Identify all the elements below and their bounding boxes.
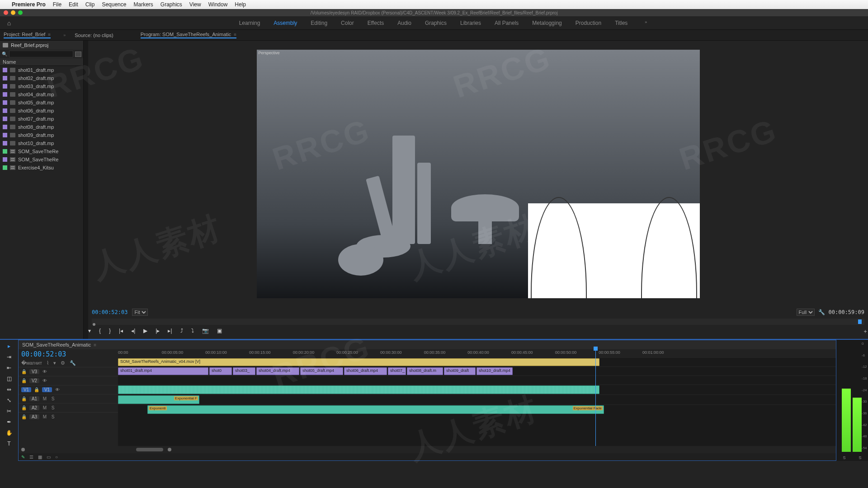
menu-clip[interactable]: Clip: [85, 1, 95, 8]
timeline-scrollbar[interactable]: [19, 446, 836, 453]
sequence-tab[interactable]: SOM_SaveTheReefs_Animatic ≡: [19, 340, 836, 349]
workspace-color[interactable]: Color: [341, 20, 354, 26]
lock-icon[interactable]: 🔒: [21, 414, 27, 419]
menu-graphics[interactable]: Graphics: [160, 1, 182, 8]
lock-icon[interactable]: 🔒: [21, 378, 27, 383]
program-zoom-select[interactable]: Fit: [132, 309, 148, 316]
panel-menu-icon[interactable]: ≡: [234, 32, 236, 37]
mark-in-icon[interactable]: {: [99, 328, 101, 335]
play-icon[interactable]: ▶: [143, 328, 147, 335]
track-select-backward-icon[interactable]: ⇤: [5, 364, 13, 371]
type-tool-icon[interactable]: T: [5, 440, 13, 447]
track-row-a3[interactable]: ExponentiExponential Fade: [118, 404, 836, 414]
timeline-clip[interactable]: shot06_draft.mp4: [344, 367, 387, 375]
ripple-edit-icon[interactable]: ◫: [5, 375, 13, 382]
freeform-icon[interactable]: ▭: [47, 455, 51, 460]
workspace-allpanels[interactable]: All Panels: [495, 20, 519, 26]
asset-row[interactable]: shot05_draft.mp: [0, 99, 83, 107]
asset-row[interactable]: shot02_draft.mp: [0, 74, 83, 82]
settings-icon[interactable]: ⚙: [61, 360, 65, 366]
track-select-forward-icon[interactable]: ⇥: [5, 353, 13, 361]
pen-tool-icon[interactable]: ✒: [5, 418, 13, 426]
workspace-effects[interactable]: Effects: [368, 20, 384, 26]
workspace-editing[interactable]: Editing: [311, 20, 327, 26]
workspace-overflow-icon[interactable]: »: [645, 20, 647, 26]
lock-icon[interactable]: 🔒: [21, 369, 27, 374]
asset-row[interactable]: SOM_SaveTheRe: [0, 155, 83, 164]
project-col-name[interactable]: Name: [0, 58, 83, 66]
solo-left[interactable]: S: [843, 455, 845, 460]
toggle-output-icon[interactable]: 👁: [42, 378, 47, 383]
menu-edit[interactable]: Edit: [69, 1, 78, 8]
goto-in-icon[interactable]: |◂: [119, 328, 123, 335]
asset-row[interactable]: shot08_draft.mp: [0, 123, 83, 131]
app-name[interactable]: Premiere Pro: [12, 1, 46, 8]
view-icon-icon[interactable]: ▦: [38, 455, 42, 460]
menu-help[interactable]: Help: [235, 1, 246, 8]
snap-toggle-icon[interactable]: ✎: [21, 455, 25, 460]
panel-overflow-icon[interactable]: »: [63, 33, 66, 38]
view-list-icon[interactable]: ☰: [29, 455, 33, 460]
project-search-input[interactable]: [9, 51, 73, 57]
timeline-body[interactable]: 00:0000:00:05:0000:00:10:0000:00:15:0000…: [118, 349, 836, 446]
snap-icon[interactable]: �магнит: [21, 360, 42, 366]
program-viewer[interactable]: Perspective: [257, 50, 700, 298]
goto-out-icon[interactable]: ▸|: [168, 328, 172, 335]
track-header-v1[interactable]: V1🔒V1👁: [19, 385, 118, 394]
asset-row[interactable]: shot04_draft.mp: [0, 90, 83, 99]
timeline-clip[interactable]: shot01_draft.mp4: [118, 367, 208, 375]
add-marker-icon[interactable]: ▾: [88, 328, 91, 335]
minimize-window-icon[interactable]: [11, 10, 15, 15]
razor-tool-icon[interactable]: ✂: [5, 408, 13, 415]
rolling-edit-icon[interactable]: ⇔: [5, 386, 13, 393]
workspace-graphics[interactable]: Graphics: [425, 20, 447, 26]
track-header-v2[interactable]: 🔒V2👁: [19, 376, 118, 385]
workspace-learning[interactable]: Learning: [239, 20, 260, 26]
timeline-clip[interactable]: shot10_draft.mp4: [476, 367, 513, 375]
menu-view[interactable]: View: [189, 1, 201, 8]
lift-icon[interactable]: ⤴: [180, 328, 183, 335]
track-row-v3[interactable]: SOM_SaveTheReefs_Animatic_v04.mov [V]: [118, 357, 836, 366]
close-window-icon[interactable]: [4, 10, 8, 15]
linked-selection-icon[interactable]: ⌇: [47, 360, 49, 366]
program-quality-select[interactable]: Full: [797, 309, 815, 316]
program-timecode[interactable]: 00:00:52:03: [92, 309, 127, 315]
timeline-clip[interactable]: shot0: [209, 367, 232, 375]
workspace-audio[interactable]: Audio: [397, 20, 411, 26]
timeline-clip[interactable]: ExponentiExponential Fade: [147, 405, 604, 414]
track-header-a2[interactable]: 🔒A2MS: [19, 403, 118, 412]
source-panel-tab[interactable]: Source: (no clips): [75, 33, 113, 38]
extract-icon[interactable]: ⤵: [191, 328, 194, 335]
wrench-icon[interactable]: 🔧: [70, 360, 76, 366]
timeline-clip[interactable]: shot04_draft.mp4: [256, 367, 299, 375]
timeline-clip[interactable]: [118, 385, 599, 394]
track-header-a1[interactable]: 🔒A1MS: [19, 394, 118, 403]
timeline-clip[interactable]: SOM_SaveTheReefs_Animatic_v04.mov [V]: [118, 358, 599, 366]
program-panel-tab[interactable]: Program: SOM_SaveTheReefs_Animatic ≡: [141, 32, 236, 38]
track-row-a1[interactable]: [118, 385, 836, 394]
solo-right[interactable]: S: [859, 455, 861, 460]
scroll-thumb[interactable]: [136, 448, 163, 451]
lock-icon[interactable]: 🔒: [21, 405, 27, 410]
timeline-clip[interactable]: Exponential F: [118, 395, 199, 404]
playhead[interactable]: [595, 349, 596, 446]
workspace-titles[interactable]: Titles: [615, 20, 627, 26]
hand-tool-icon[interactable]: ✋: [5, 429, 13, 436]
menu-sequence[interactable]: Sequence: [102, 1, 126, 8]
export-frame-icon[interactable]: 📷: [202, 328, 209, 335]
timeline-clip[interactable]: shot07_: [388, 367, 406, 375]
timeline-clip[interactable]: shot08_draft.m: [407, 367, 443, 375]
workspace-metalogging[interactable]: Metalogging: [532, 20, 561, 26]
maximize-window-icon[interactable]: [18, 10, 23, 15]
program-scrubber[interactable]: [92, 319, 864, 325]
toggle-output-icon[interactable]: 👁: [42, 369, 47, 374]
track-row-v1[interactable]: [118, 375, 836, 385]
sort-icon[interactable]: ○: [55, 455, 58, 460]
step-back-icon[interactable]: ◂|: [131, 328, 135, 335]
selection-tool-icon[interactable]: ▸: [5, 343, 13, 350]
zoom-out-handle[interactable]: [21, 448, 25, 451]
track-header-a3[interactable]: 🔒A3MS: [19, 412, 118, 421]
panel-menu-icon[interactable]: ≡: [94, 343, 96, 347]
zoom-in-handle[interactable]: [168, 448, 171, 451]
project-file-header[interactable]: Reef_Brief.prproj: [0, 41, 83, 50]
